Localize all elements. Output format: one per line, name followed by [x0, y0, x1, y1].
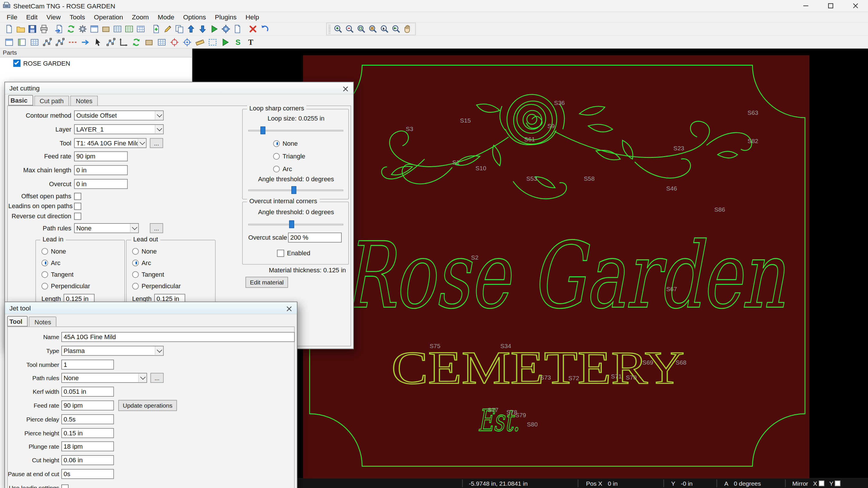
menu-mode[interactable]: Mode — [153, 13, 179, 22]
move-up-icon[interactable] — [185, 24, 196, 34]
zoom-previous-icon[interactable] — [390, 24, 401, 34]
max-chain-length-input[interactable] — [74, 165, 128, 175]
show-rapids-icon[interactable] — [67, 36, 78, 47]
slider-thumb[interactable] — [291, 186, 296, 194]
new-job-icon[interactable] — [3, 24, 14, 34]
print-icon[interactable] — [38, 24, 49, 34]
part-visible-checkbox[interactable] — [13, 60, 21, 67]
minimize-button[interactable] — [793, 0, 818, 12]
lead-out-perpendicular-radio[interactable]: Perpendicular — [132, 282, 181, 291]
use-leadin-settings-checkbox[interactable] — [61, 484, 69, 488]
menu-tools[interactable]: Tools — [65, 13, 89, 22]
pause-at-end-of-cut-input[interactable] — [61, 469, 114, 479]
scale-part-icon[interactable] — [143, 36, 154, 47]
layer-select[interactable]: LAYER_1 — [74, 124, 164, 134]
offset-open-paths-checkbox[interactable] — [74, 193, 81, 200]
tab-tool-notes[interactable]: Notes — [29, 317, 57, 326]
jet-tool-close-button[interactable] — [285, 304, 294, 313]
lead-in-perpendicular-radio[interactable]: Perpendicular — [41, 282, 90, 291]
show-operations-panel-icon[interactable] — [16, 36, 27, 47]
close-button[interactable] — [843, 0, 868, 12]
run-simulation-icon[interactable] — [208, 24, 219, 34]
import-drawing-icon[interactable] — [54, 24, 64, 34]
overcut-input[interactable] — [74, 179, 128, 189]
plunge-rate-input[interactable] — [61, 442, 114, 451]
jet-cutting-title-bar[interactable]: Jet cutting — [5, 83, 353, 95]
menu-plugins[interactable]: Plugins — [210, 13, 241, 22]
zoom-part-icon[interactable] — [379, 24, 390, 34]
select-tool-icon[interactable] — [92, 36, 103, 47]
path-rules-select[interactable]: None — [61, 373, 147, 383]
reverse-cut-direction-checkbox[interactable] — [74, 213, 81, 220]
tool-select[interactable]: T1: 45A 10G Fine Mild — [74, 138, 146, 148]
leadins-open-paths-checkbox[interactable] — [74, 202, 81, 209]
snap-grid-icon[interactable] — [156, 36, 167, 47]
pierce-delay-input[interactable] — [61, 414, 114, 424]
lead-out-none-radio[interactable]: None — [132, 247, 157, 256]
lead-out-arc-radio[interactable]: Arc — [132, 258, 151, 267]
undo-icon[interactable] — [259, 24, 270, 34]
overcut-enabled-row[interactable]: Enabled — [277, 249, 310, 258]
menu-operation[interactable]: Operation — [89, 13, 127, 22]
menu-zoom[interactable]: Zoom — [128, 13, 153, 22]
tool-more-button[interactable]: ... — [150, 138, 163, 148]
save-job-icon[interactable] — [27, 24, 38, 34]
feed-rate-input[interactable] — [74, 152, 128, 161]
show-parts-panel-icon[interactable] — [3, 36, 14, 47]
origin-icon[interactable] — [169, 36, 180, 47]
edit-operation-icon[interactable] — [162, 24, 173, 34]
edit-material-button[interactable]: Edit material — [245, 277, 288, 288]
overcut-scale-input[interactable] — [288, 232, 342, 242]
zoom-out-icon[interactable] — [344, 24, 355, 34]
text-tool-icon[interactable]: T — [245, 36, 256, 47]
menu-file[interactable]: File — [2, 13, 22, 22]
jet-cutting-close-button[interactable] — [341, 85, 350, 93]
lead-in-tangent-radio[interactable]: Tangent — [41, 270, 73, 279]
tool-table-icon[interactable] — [135, 24, 146, 34]
mirror-x-checkbox[interactable] — [819, 481, 824, 486]
toolbar-grip[interactable] — [329, 25, 331, 34]
lead-in-none-radio[interactable]: None — [41, 247, 66, 256]
update-operations-button[interactable]: Update operations — [118, 400, 177, 411]
path-rules-select[interactable]: None — [74, 223, 139, 233]
delete-operation-icon[interactable] — [247, 24, 258, 34]
tool-number-input[interactable] — [61, 359, 114, 369]
tab-basic[interactable]: Basic — [8, 95, 33, 105]
menu-help[interactable]: Help — [241, 13, 264, 22]
lead-out-tangent-radio[interactable]: Tangent — [132, 270, 164, 279]
menu-edit[interactable]: Edit — [22, 13, 42, 22]
edit-contours-icon[interactable] — [105, 36, 116, 47]
loop-angle-slider[interactable] — [248, 186, 343, 195]
mirror-y-checkbox[interactable] — [835, 481, 840, 486]
path-rules-more-button[interactable]: ... — [150, 223, 163, 233]
type-select[interactable]: Plasma — [61, 346, 164, 356]
menu-view[interactable]: View — [42, 13, 65, 22]
operations-grid-icon[interactable] — [123, 24, 134, 34]
simulation-mode-icon[interactable] — [220, 36, 230, 47]
open-job-icon[interactable] — [15, 24, 26, 34]
show-directions-icon[interactable] — [80, 36, 91, 47]
set-origin-icon[interactable] — [181, 36, 192, 47]
loop-triangle-radio[interactable]: Triangle — [273, 152, 305, 161]
jet-tool-title-bar[interactable]: Jet tool — [5, 302, 297, 314]
show-grid-icon[interactable] — [29, 36, 40, 47]
tab-notes[interactable]: Notes — [70, 96, 98, 105]
pan-view-icon[interactable] — [402, 24, 413, 34]
drawing-extents-icon[interactable] — [207, 36, 218, 47]
job-options-icon[interactable] — [77, 24, 88, 34]
tab-tool[interactable]: Tool — [7, 316, 28, 326]
contour-method-select[interactable]: Outside Offset — [74, 110, 164, 120]
plasma-mode-icon[interactable]: S — [232, 36, 243, 47]
loop-arc-radio[interactable]: Arc — [273, 164, 292, 173]
name-input[interactable] — [61, 332, 294, 342]
loop-none-radio[interactable]: None — [273, 139, 298, 148]
duplicate-operation-icon[interactable] — [174, 24, 185, 34]
menu-options[interactable]: Options — [179, 13, 211, 22]
slider-thumb[interactable] — [289, 220, 294, 228]
kerf-width-input[interactable] — [61, 387, 114, 397]
material-icon[interactable] — [100, 24, 111, 34]
move-part-icon[interactable] — [118, 36, 129, 47]
overcut-enabled-checkbox[interactable] — [277, 250, 284, 257]
move-down-icon[interactable] — [197, 24, 208, 34]
view-code-icon[interactable] — [232, 24, 243, 34]
